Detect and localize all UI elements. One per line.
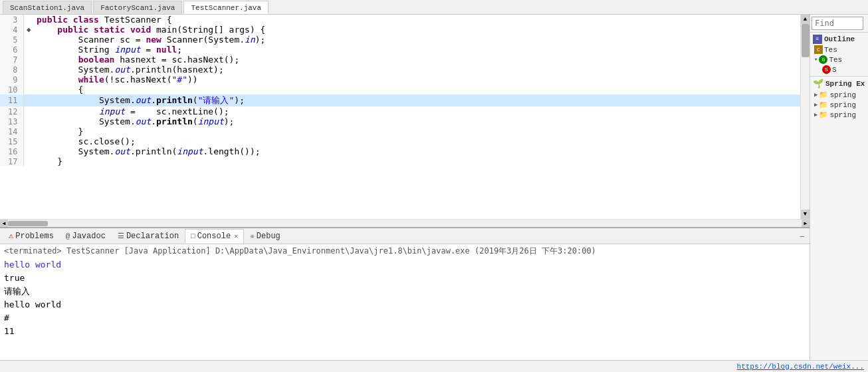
code-line-5: 5 Scanner sc = new Scanner(System.in);: [0, 35, 800, 45]
line-number: 12: [0, 106, 23, 116]
declaration-label: Declaration: [126, 232, 179, 241]
tab-console[interactable]: □ Console ✕: [185, 229, 244, 244]
outline-item-label-2: Tes: [829, 56, 842, 64]
line-code: while(!sc.hasNext("#")): [34, 75, 800, 85]
line-number: 6: [0, 45, 23, 55]
right-panel: ≡ Outline C Tes ▾ G Tes S S: [810, 15, 868, 360]
line-code: public class TestScanner {: [34, 15, 800, 25]
editor-scrollbar[interactable]: ▲ ▼: [800, 15, 810, 219]
class-icon-1: C: [814, 45, 823, 54]
outline-header: ≡ Outline: [812, 34, 867, 45]
code-line-6: 6 String input = null;: [0, 45, 800, 55]
line-code: System.out.println(input);: [34, 116, 800, 126]
hscroll-track[interactable]: [8, 221, 802, 226]
outline-icon: ≡: [813, 35, 822, 44]
tab-javadoc[interactable]: @ Javadoc: [60, 229, 112, 244]
status-url[interactable]: https://blog.csdn.net/weix...: [737, 363, 864, 371]
line-code: System.out.println(input.length());: [34, 146, 800, 156]
line-code: public static void main(String[] args) {: [34, 25, 800, 35]
console-line-3: 请输入: [4, 285, 806, 298]
debug-label: Debug: [257, 232, 280, 241]
line-number: 13: [0, 116, 23, 126]
line-code: input = sc.nextLine();: [34, 106, 800, 116]
outline-tree: C Tes ▾ G Tes S S: [812, 45, 867, 75]
line-number: 7: [0, 55, 23, 65]
hscroll-right[interactable]: ▶: [802, 220, 810, 228]
tab-factoryscan[interactable]: FactoryScan1.java: [93, 1, 182, 14]
tab-problems[interactable]: ⚠ Problems: [3, 229, 60, 244]
outline-item-2[interactable]: ▾ G Tes: [814, 55, 867, 65]
top-tab-bar: ScanStation1.java FactoryScan1.java Test…: [0, 0, 868, 15]
line-marker: [23, 126, 34, 136]
right-find-section: [810, 15, 868, 33]
spring-section: 🌱 Spring Ex ▶ 📁 spring ▶ 📁 spring: [810, 77, 868, 360]
line-marker: [23, 136, 34, 146]
line-marker: [23, 106, 34, 116]
line-marker: [23, 35, 34, 45]
code-line-17: 17 }: [0, 156, 800, 166]
line-code: System.out.println(hasnext);: [34, 65, 800, 75]
line-marker: [23, 85, 34, 94]
bottom-panel: ⚠ Problems @ Javadoc ☰ Declaration □ Con…: [0, 227, 810, 360]
line-marker: [23, 116, 34, 126]
line-marker: [23, 55, 34, 65]
spring-header: 🌱 Spring Ex: [812, 78, 867, 90]
chevron-right-icon-3: ▶: [814, 111, 817, 118]
code-line-9: 9 while(!sc.hasNext("#")): [0, 75, 800, 85]
chevron-right-icon-1: ▶: [814, 91, 817, 98]
spring-item-1[interactable]: ▶ 📁 spring: [814, 90, 867, 100]
code-editor[interactable]: 3 public class TestScanner { 4 ◆ public …: [0, 15, 810, 219]
line-number: 11: [0, 94, 23, 106]
code-scroll-area[interactable]: 3 public class TestScanner { 4 ◆ public …: [0, 15, 800, 219]
problems-icon: ⚠: [9, 231, 13, 241]
problems-label: Problems: [15, 232, 54, 241]
code-line-15: 15 sc.close();: [0, 136, 800, 146]
line-marker: [23, 75, 34, 85]
tab-debug[interactable]: ❋ Debug: [244, 229, 286, 244]
spring-item-label-3: spring: [829, 111, 856, 119]
spring-item-3[interactable]: ▶ 📁 spring: [814, 110, 867, 120]
line-code: Scanner sc = new Scanner(System.in);: [34, 35, 800, 45]
folder-icon-1: 📁: [819, 91, 828, 99]
scroll-up-arrow[interactable]: ▲: [801, 15, 810, 24]
line-number: 15: [0, 136, 23, 146]
find-input[interactable]: [812, 17, 863, 30]
scroll-down-arrow[interactable]: ▼: [801, 210, 810, 219]
tab-testscanner[interactable]: TestScanner.java: [183, 1, 269, 14]
tab-declaration[interactable]: ☰ Declaration: [112, 229, 185, 244]
console-close-icon[interactable]: ✕: [234, 232, 238, 240]
line-marker: [23, 94, 34, 106]
code-line-10: 10 {: [0, 85, 800, 94]
code-line-13: 13 System.out.println(input);: [0, 116, 800, 126]
outline-item-label-3: S: [832, 66, 837, 74]
line-number: 3: [0, 15, 23, 25]
hscroll-thumb[interactable]: [8, 221, 48, 226]
console-line-1: hello world: [4, 258, 806, 272]
outline-section: ≡ Outline C Tes ▾ G Tes S S: [810, 33, 868, 77]
spring-label: Spring Ex: [825, 80, 865, 88]
minimize-button[interactable]: —: [797, 232, 807, 240]
spring-item-label-1: spring: [829, 91, 856, 99]
scroll-track[interactable]: [801, 24, 810, 210]
app-root: ScanStation1.java FactoryScan1.java Test…: [0, 0, 868, 372]
console-line-4: hello world: [4, 298, 806, 311]
line-code: String input = null;: [34, 45, 800, 55]
line-number: 17: [0, 156, 23, 166]
hscroll-left[interactable]: ◀: [0, 220, 8, 228]
line-marker: [23, 156, 34, 166]
line-marker: [23, 45, 34, 55]
code-line-8: 8 System.out.println(hasnext);: [0, 65, 800, 75]
outline-item-3[interactable]: S S: [814, 65, 867, 75]
console-content[interactable]: <terminated> TestScanner [Java Applicati…: [0, 244, 810, 360]
code-line-12: 12 input = sc.nextLine();: [0, 106, 800, 116]
console-icon: □: [191, 232, 195, 240]
spring-item-2[interactable]: ▶ 📁 spring: [814, 100, 867, 110]
scroll-thumb[interactable]: [802, 24, 810, 57]
outline-item-1[interactable]: C Tes: [814, 45, 867, 55]
outline-item-label-1: Tes: [824, 46, 837, 54]
javadoc-label: Javadoc: [72, 232, 105, 241]
editor-hscrollbar[interactable]: ◀ ▶: [0, 219, 810, 227]
main-wrapper: 3 public class TestScanner { 4 ◆ public …: [0, 15, 868, 360]
tab-scanstation[interactable]: ScanStation1.java: [3, 1, 92, 14]
code-line-16: 16 System.out.println(input.length());: [0, 146, 800, 156]
